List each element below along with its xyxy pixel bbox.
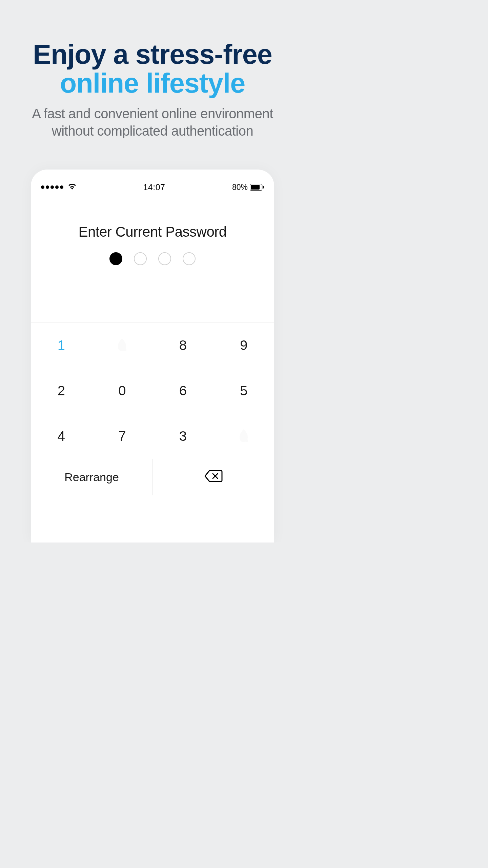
keypad-key-9[interactable]: 9 — [214, 322, 274, 368]
hero-title-line1: Enjoy a stress-free — [0, 40, 305, 69]
hero-subtitle-line1: A fast and convenient online environment — [0, 105, 305, 122]
wifi-icon — [68, 183, 76, 191]
phone-content: Enter Current Password 1 8 9 2 0 6 5 4 7… — [31, 194, 274, 542]
hero-section: Enjoy a stress-free online lifestyle A f… — [0, 40, 305, 140]
battery-percent: 80% — [232, 183, 248, 192]
svg-point-3 — [124, 349, 126, 351]
keypad-key-5[interactable]: 5 — [214, 368, 274, 413]
status-left — [41, 183, 76, 191]
pin-dots — [31, 252, 274, 265]
keypad: 1 8 9 2 0 6 5 4 7 3 — [31, 322, 274, 459]
keypad-key-3[interactable]: 3 — [152, 413, 214, 459]
signal-strength-icon — [41, 185, 63, 189]
backspace-button[interactable] — [152, 459, 274, 495]
pin-dot-3 — [158, 252, 171, 265]
keypad-logo-icon — [214, 413, 274, 459]
hero-title-line2: online lifestyle — [0, 69, 305, 98]
pin-dot-4 — [183, 252, 196, 265]
keypad-key-0[interactable]: 0 — [92, 368, 153, 413]
keypad-key-1[interactable]: 1 — [31, 322, 92, 368]
status-bar: 14:07 80% — [31, 170, 274, 194]
hero-subtitle: A fast and convenient online environment… — [0, 105, 305, 140]
hero-subtitle-line2: without complicated authentication — [0, 122, 305, 140]
hero-title: Enjoy a stress-free online lifestyle — [0, 40, 305, 98]
pin-title: Enter Current Password — [31, 224, 274, 240]
backspace-icon — [204, 470, 223, 485]
status-time: 14:07 — [143, 182, 165, 192]
phone-mockup: 14:07 80% Enter Current Password 1 8 9 — [31, 170, 274, 542]
keypad-bottom-row: Rearrange — [31, 459, 274, 495]
keypad-key-8[interactable]: 8 — [152, 322, 214, 368]
keypad-key-2[interactable]: 2 — [31, 368, 92, 413]
keypad-key-4[interactable]: 4 — [31, 413, 92, 459]
svg-point-4 — [245, 439, 248, 442]
keypad-logo-icon — [92, 322, 153, 368]
rearrange-button[interactable]: Rearrange — [31, 459, 152, 495]
pin-header: Enter Current Password — [31, 224, 274, 265]
status-right: 80% — [232, 183, 264, 192]
pin-dot-2 — [134, 252, 147, 265]
battery-icon — [250, 184, 264, 191]
pin-dot-1 — [109, 252, 122, 265]
svg-rect-2 — [263, 186, 264, 189]
keypad-key-6[interactable]: 6 — [152, 368, 214, 413]
keypad-key-7[interactable]: 7 — [92, 413, 153, 459]
svg-rect-1 — [251, 185, 260, 190]
